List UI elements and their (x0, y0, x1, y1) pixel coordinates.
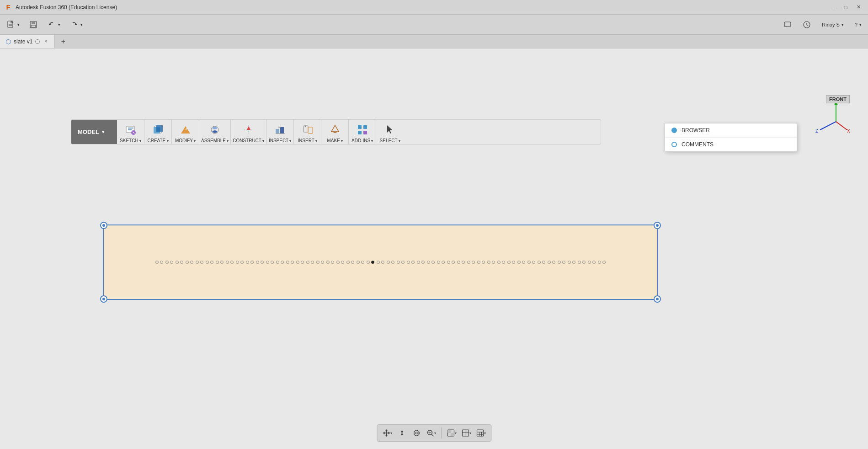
svg-rect-5 (31, 25, 36, 27)
create-icons (151, 123, 165, 137)
svg-text:Z: Z (815, 128, 818, 134)
dropdown-menu: BROWSER COMMENTS (665, 123, 797, 152)
display-mode-button[interactable]: ▾ (445, 427, 458, 439)
tab-add-button[interactable]: + (57, 35, 69, 48)
sketch-icon (123, 123, 138, 137)
ribbon-make[interactable]: MAKE (321, 120, 349, 144)
corner-handle-tl[interactable] (100, 222, 107, 229)
comments-label: COMMENTS (682, 141, 714, 148)
save-button[interactable] (26, 18, 41, 31)
user-label: Rinoy S (822, 22, 840, 27)
ribbon-select[interactable]: SELECT (376, 120, 404, 144)
addins-icon (355, 123, 370, 137)
zoom-arrow: ▾ (434, 431, 436, 435)
file-button[interactable]: ▾ (4, 18, 22, 31)
svg-rect-36 (363, 125, 367, 129)
browser-check-icon (671, 128, 677, 133)
inspect-icon (273, 123, 288, 137)
redo-icon (69, 20, 79, 29)
model-label: MODEL (78, 128, 99, 135)
svg-rect-33 (308, 127, 313, 134)
grid-arrow: ▾ (469, 431, 471, 435)
insert-icon (300, 123, 315, 137)
toolbar-area: ▾ ▾ ▾ (0, 15, 868, 35)
file-icon (6, 20, 16, 29)
corner-handle-bl[interactable] (100, 295, 107, 303)
model-button[interactable]: MODEL ▾ (71, 120, 117, 144)
ribbon-assemble[interactable]: ASSEMBLE (199, 120, 231, 144)
undo-icon (47, 20, 56, 29)
create-label: CREATE (147, 138, 168, 143)
undo-button[interactable]: ▾ (44, 18, 63, 31)
ribbon: MODEL ▾ SKETCH (71, 119, 601, 144)
svg-marker-7 (75, 23, 77, 25)
user-button[interactable]: Rinoy S ▾ (819, 21, 847, 28)
help-label: ? (855, 22, 857, 27)
ribbon-sketch[interactable]: SKETCH (117, 120, 144, 144)
tab-slate-v1[interactable]: ⬡ slate v1 × (0, 35, 55, 48)
tab-icon: ⬡ (5, 38, 11, 45)
zoom-tool-button[interactable]: ▾ (425, 427, 437, 439)
model-dropdown-arrow: ▾ (102, 129, 104, 134)
ribbon-construct[interactable]: CONSTRUCT (231, 120, 266, 144)
svg-rect-37 (358, 131, 362, 134)
3d-object (103, 224, 658, 300)
minimize-button[interactable]: — (827, 3, 839, 12)
select-label: SELECT (380, 138, 400, 143)
dropdown-browser-item[interactable]: BROWSER (665, 123, 797, 137)
help-dropdown-arrow: ▾ (859, 22, 862, 27)
ribbon-modify[interactable]: MODIFY (172, 120, 199, 144)
undo-arrow: ▾ (58, 22, 60, 27)
clock-button[interactable] (800, 20, 814, 30)
tab-close-button[interactable]: × (43, 38, 49, 45)
corner-handle-br[interactable] (654, 295, 661, 303)
redo-arrow: ▾ (80, 22, 83, 27)
grid-button[interactable]: ▾ (460, 427, 473, 439)
app-icon: F (4, 3, 13, 12)
make-icon (328, 123, 342, 137)
assemble-label: ASSEMBLE (201, 138, 229, 143)
svg-line-11 (807, 25, 808, 26)
help-button[interactable]: ? ▾ (852, 21, 864, 28)
view-gizmo: Y Z X FRONT (813, 99, 850, 135)
gizmo-front-label[interactable]: FRONT (826, 95, 850, 103)
svg-rect-60 (462, 430, 469, 436)
select-icon (383, 123, 397, 137)
gizmo-axes: Y Z X (813, 99, 850, 135)
toolbar-divider-1 (441, 428, 442, 438)
modify-icons (178, 123, 193, 137)
title-bar: F Autodesk Fusion 360 (Education License… (0, 0, 868, 15)
save-icon (29, 20, 38, 29)
sketch-label: SKETCH (120, 138, 141, 143)
maximize-button[interactable]: □ (840, 3, 852, 12)
close-button[interactable]: ✕ (852, 3, 864, 12)
svg-line-21 (160, 132, 163, 134)
file-dropdown-arrow: ▾ (17, 22, 20, 27)
sketch-icons (123, 123, 138, 137)
display-arrow: ▾ (455, 431, 457, 435)
dots-pattern (146, 261, 615, 264)
ribbon-addins[interactable]: ADD-INS (349, 120, 376, 144)
ribbon-inspect[interactable]: INSPECT (266, 120, 294, 144)
move-tool-button[interactable]: ▾ (381, 427, 394, 439)
env-arrow: ▾ (484, 431, 486, 435)
redo-button[interactable]: ▾ (67, 18, 85, 31)
svg-line-42 (820, 122, 836, 130)
construct-label: CONSTRUCT (233, 138, 264, 143)
svg-rect-18 (156, 125, 163, 132)
svg-rect-58 (447, 430, 451, 433)
pan-tool-button[interactable] (395, 427, 408, 439)
chat-button[interactable] (781, 20, 794, 30)
ribbon-create[interactable]: CREATE (144, 120, 172, 144)
addins-label: ADD-INS (351, 138, 373, 143)
tab-label: slate v1 (14, 38, 32, 45)
svg-marker-50 (383, 432, 384, 434)
corner-handle-tr[interactable] (654, 222, 661, 229)
ribbon-insert[interactable]: INSERT (294, 120, 321, 144)
environment-button[interactable]: ▾ (474, 427, 487, 439)
svg-rect-38 (363, 131, 367, 134)
orbit-tool-button[interactable] (410, 427, 423, 439)
dropdown-comments-item[interactable]: COMMENTS (665, 138, 797, 151)
make-label: MAKE (327, 138, 343, 143)
tab-bar: ⬡ slate v1 × + (0, 35, 868, 48)
